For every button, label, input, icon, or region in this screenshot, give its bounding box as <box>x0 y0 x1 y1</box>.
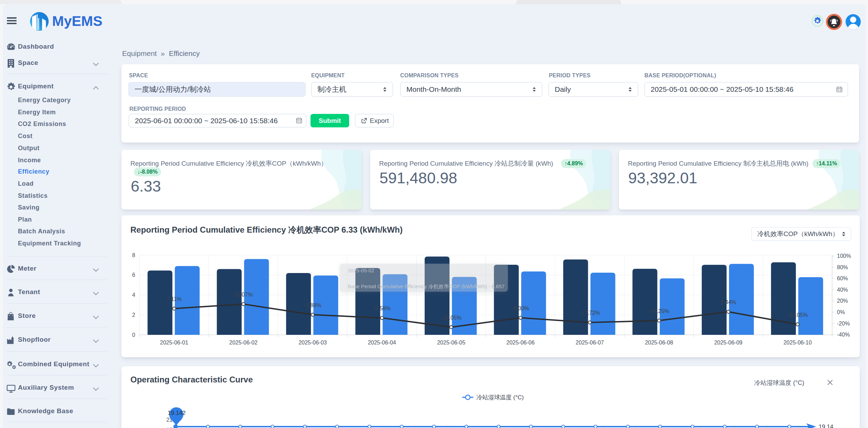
svg-text:-17.72%: -17.72% <box>580 310 600 316</box>
svg-text:80%: 80% <box>837 264 848 270</box>
svg-text:-14.25%: -14.25% <box>649 308 670 314</box>
svg-text:2025-06-06: 2025-06-06 <box>506 340 535 346</box>
svg-text:2025-06-01: 2025-06-01 <box>160 340 188 346</box>
svg-text:-26.05%: -26.05% <box>441 315 462 321</box>
svg-text:60%: 60% <box>837 275 848 281</box>
svg-text:2025-06-05: 2025-06-05 <box>437 340 465 346</box>
svg-text:2025-06-09: 2025-06-09 <box>714 340 742 346</box>
svg-text:20%: 20% <box>837 298 848 304</box>
svg-text:2025-06-03: 2025-06-03 <box>298 340 327 346</box>
svg-text:-3.88%: -3.88% <box>304 302 322 308</box>
svg-text:19.142: 19.142 <box>168 410 186 416</box>
svg-text:1.44%: 1.44% <box>720 299 736 305</box>
svg-text:2025-06-10: 2025-06-10 <box>783 340 812 346</box>
svg-text:8: 8 <box>132 252 135 258</box>
svg-text:2: 2 <box>132 312 135 318</box>
svg-text:-21.05%: -21.05% <box>787 312 808 318</box>
svg-text:-9.30%: -9.30% <box>512 305 529 311</box>
svg-text:-20%: -20% <box>837 321 850 327</box>
svg-text:2025-06-07: 2025-06-07 <box>576 340 604 346</box>
svg-text:2025-06-04: 2025-06-04 <box>368 340 396 346</box>
svg-text:100%: 100% <box>837 253 851 259</box>
svg-text:2025-06-08: 2025-06-08 <box>645 340 673 346</box>
svg-text:0%: 0% <box>837 309 845 315</box>
svg-text:7.11%: 7.11% <box>167 296 182 302</box>
svg-text:-9.58%: -9.58% <box>373 305 391 311</box>
svg-text:19.14: 19.14 <box>819 424 834 428</box>
svg-text:6: 6 <box>132 272 135 278</box>
svg-text:-40%: -40% <box>837 332 850 338</box>
svg-text:40%: 40% <box>837 287 848 293</box>
svg-text:冷站湿球温度 (°C): 冷站湿球温度 (°C) <box>476 394 524 401</box>
svg-text:15.07%: 15.07% <box>234 292 253 298</box>
svg-text:4: 4 <box>132 292 135 298</box>
svg-text:2025-06-02: 2025-06-02 <box>229 340 258 346</box>
svg-text:0: 0 <box>132 332 135 338</box>
